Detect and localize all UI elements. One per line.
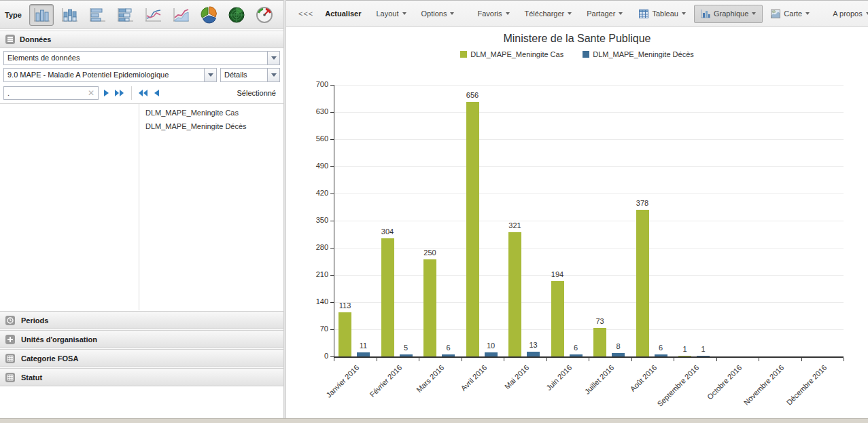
select-all-arrow-icon[interactable] bbox=[114, 89, 125, 97]
bar-deces[interactable] bbox=[570, 354, 583, 356]
deselect-all-arrow-icon[interactable] bbox=[138, 89, 149, 97]
caret-down-icon bbox=[619, 12, 623, 15]
chart-type-radar-button[interactable] bbox=[224, 4, 249, 26]
selected-column-header: Sélectionné bbox=[237, 89, 281, 97]
bar-deces[interactable] bbox=[697, 356, 710, 356]
data-element-group-select[interactable]: 9.0 MAPE - Maladie A Potentiel Epidemiol… bbox=[3, 68, 217, 82]
chart-plot: 0701402102803504204905606307001133042506… bbox=[286, 27, 868, 413]
layout-menu-button[interactable]: Layout bbox=[369, 5, 413, 22]
bar-deces[interactable] bbox=[655, 354, 667, 356]
y-axis-label: 420 bbox=[301, 189, 328, 197]
bar-deces[interactable] bbox=[442, 354, 455, 356]
telecharger-menu-button[interactable]: Télécharger bbox=[518, 5, 579, 22]
actualiser-button[interactable]: Actualiser bbox=[318, 5, 368, 22]
chart-region: Ministere de la Sante Publique DLM_MAPE_… bbox=[286, 27, 868, 413]
chart-type-stacked-column-button[interactable] bbox=[57, 4, 82, 26]
x-axis-category-label: Février 2016 bbox=[368, 363, 403, 399]
chart-type-column-button[interactable] bbox=[29, 4, 54, 26]
bar-cas[interactable] bbox=[466, 102, 479, 356]
gauge-chart-icon bbox=[256, 6, 273, 24]
bottom-status-strip bbox=[0, 418, 868, 423]
accordion-periods[interactable]: Periods bbox=[0, 311, 283, 329]
type-label: Type bbox=[5, 11, 22, 19]
gridline bbox=[334, 329, 844, 330]
chart-type-gauge-button[interactable] bbox=[252, 4, 277, 26]
chevron-down-icon[interactable] bbox=[267, 69, 279, 81]
available-items-list[interactable] bbox=[0, 104, 139, 310]
list-item[interactable]: DLM_MAPE_Meningite Décès bbox=[139, 119, 283, 133]
chart-type-bar-button[interactable] bbox=[85, 4, 109, 26]
caret-down-icon bbox=[752, 12, 756, 15]
x-axis-tick bbox=[589, 358, 589, 361]
bar-deces[interactable] bbox=[612, 353, 625, 356]
search-box[interactable]: ✕ bbox=[3, 86, 99, 100]
chart-icon bbox=[701, 10, 710, 18]
bar-cas[interactable] bbox=[636, 210, 649, 356]
chevron-down-icon[interactable] bbox=[204, 69, 216, 81]
list-item[interactable]: DLM_MAPE_Meningite Cas bbox=[139, 106, 283, 119]
west-panel: Type bbox=[0, 0, 283, 418]
bar-deces[interactable] bbox=[400, 354, 413, 356]
bar-value-label: 194 bbox=[537, 270, 578, 278]
details-select[interactable]: Détails bbox=[220, 68, 280, 82]
y-axis-label: 560 bbox=[301, 134, 328, 143]
favoris-menu-button[interactable]: Favoris bbox=[470, 5, 516, 22]
bar-cas[interactable] bbox=[381, 238, 394, 356]
x-axis-tick bbox=[759, 358, 759, 361]
bar-cas[interactable] bbox=[678, 356, 691, 356]
bar-deces[interactable] bbox=[527, 352, 540, 356]
accordion-categorie-fosa[interactable]: Categorie FOSA bbox=[0, 349, 283, 367]
bar-deces[interactable] bbox=[357, 352, 370, 356]
x-axis-tick bbox=[419, 358, 419, 361]
pie-chart-icon bbox=[200, 6, 218, 24]
chart-type-line-button[interactable] bbox=[141, 4, 165, 26]
deselect-arrow-icon[interactable] bbox=[153, 89, 160, 97]
chevron-down-icon[interactable] bbox=[267, 52, 279, 65]
caret-down-icon bbox=[506, 12, 510, 15]
clear-search-icon[interactable]: ✕ bbox=[84, 88, 98, 98]
x-axis-category-label: Juin 2016 bbox=[544, 363, 573, 392]
bar-deces[interactable] bbox=[485, 352, 498, 356]
chart-type-pie-button[interactable] bbox=[196, 4, 221, 26]
bar-cas[interactable] bbox=[423, 259, 436, 356]
data-dimension-select[interactable]: Elements de données bbox=[3, 51, 280, 65]
caret-down-icon bbox=[402, 12, 406, 15]
bar-cas[interactable] bbox=[508, 232, 521, 356]
donnees-panel-header[interactable]: Données bbox=[0, 31, 283, 48]
x-axis-category-label: Mars 2016 bbox=[415, 363, 445, 394]
x-axis-tick bbox=[334, 358, 334, 361]
tableau-view-button[interactable]: Tableau bbox=[632, 5, 693, 23]
bar-cas[interactable] bbox=[338, 312, 351, 356]
graphique-view-button[interactable]: Graphique bbox=[694, 5, 763, 23]
x-axis-category-label: Juillet 2016 bbox=[583, 363, 616, 396]
data-dimension-value: Elements de données bbox=[4, 52, 267, 65]
selected-items-list[interactable]: DLM_MAPE_Meningite Cas DLM_MAPE_Meningit… bbox=[139, 104, 283, 310]
y-axis-label: 210 bbox=[301, 270, 328, 278]
a-propos-menu-button[interactable]: A propos bbox=[826, 5, 868, 22]
x-axis-category-label: Mai 2016 bbox=[503, 363, 530, 390]
x-axis-tick bbox=[377, 358, 377, 361]
chart-type-area-button[interactable] bbox=[169, 4, 193, 26]
data-element-group-value: 9.0 MAPE - Maladie A Potentiel Epidemiol… bbox=[4, 69, 204, 81]
accordion-org-units[interactable]: Unités d'organisation bbox=[0, 330, 283, 348]
bar-value-label: 5 bbox=[385, 344, 426, 352]
y-axis-label: 0 bbox=[301, 352, 328, 360]
search-input[interactable] bbox=[4, 89, 84, 97]
bar-value-label: 6 bbox=[428, 344, 469, 352]
carte-view-button[interactable]: Carte bbox=[764, 5, 816, 23]
select-arrow-icon[interactable] bbox=[103, 89, 110, 97]
partager-menu-button[interactable]: Partager bbox=[580, 5, 629, 22]
bar-value-label: 6 bbox=[640, 344, 681, 352]
data-icon bbox=[5, 35, 15, 44]
clock-icon bbox=[5, 316, 15, 325]
bar-value-label: 1 bbox=[683, 345, 724, 353]
collapse-west-button[interactable]: <<< bbox=[292, 5, 317, 22]
chart-type-stacked-bar-button[interactable] bbox=[113, 4, 137, 26]
bar-value-label: 10 bbox=[470, 342, 511, 350]
accordion-statut[interactable]: Statut bbox=[0, 368, 283, 386]
details-value: Détails bbox=[221, 69, 267, 81]
y-axis-label: 630 bbox=[301, 107, 328, 115]
options-menu-button[interactable]: Options bbox=[415, 5, 462, 22]
area-chart-icon bbox=[171, 7, 190, 23]
column-chart-icon bbox=[32, 7, 51, 23]
